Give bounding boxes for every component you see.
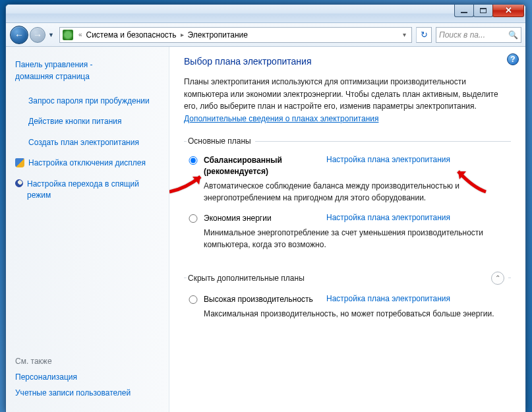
sidebar-links: Запрос пароля при пробуждении Действие к…	[15, 96, 160, 201]
page-title: Выбор плана электропитания	[184, 56, 511, 67]
search-icon: 🔍	[508, 30, 518, 40]
breadcrumb-item-power[interactable]: Электропитание	[188, 30, 248, 40]
breadcrumb[interactable]: « Система и безопасность ▸ Электропитани…	[59, 27, 412, 43]
main-plans-group: Основные планы Сбалансированный (рекомен…	[184, 136, 511, 266]
sidebar-item-create-plan[interactable]: Создать план электропитания	[15, 137, 160, 148]
close-icon: ✕	[505, 5, 512, 15]
moon-icon	[15, 179, 23, 187]
maximize-icon	[480, 8, 487, 13]
refresh-icon: ↻	[421, 30, 428, 40]
control-panel-window: ✕ ← → ▼ « Система и безопасность ▸ Элект…	[5, 4, 526, 412]
main-content: ? Выбор плана электропитания Планы элект…	[169, 47, 525, 412]
titlebar: ✕	[6, 5, 525, 23]
plan-balanced-settings-link[interactable]: Настройка плана электропитания	[326, 155, 508, 164]
breadcrumb-sep-icon: ▸	[178, 31, 187, 38]
control-panel-home-link[interactable]: Панель управления -домашняя страница	[15, 59, 160, 82]
sidebar-item-password-on-wake[interactable]: Запрос пароля при пробуждении	[15, 96, 160, 107]
forward-button[interactable]: →	[30, 27, 45, 43]
breadcrumb-item-system[interactable]: Система и безопасность	[86, 30, 176, 40]
forward-arrow-icon: →	[33, 30, 42, 40]
nav-arrows: ← → ▼	[10, 26, 55, 44]
plan-balanced: Сбалансированный (рекомендуется) Настрой…	[187, 155, 508, 210]
history-dropdown-icon[interactable]: ▼	[47, 32, 55, 38]
plan-balanced-desc: Автоматическое соблюдение баланса между …	[204, 180, 508, 204]
plan-balanced-radio[interactable]	[187, 156, 200, 165]
maximize-button[interactable]	[473, 4, 493, 17]
plan-saver-radio[interactable]	[187, 214, 200, 223]
breadcrumb-dropdown-icon[interactable]: ▾	[400, 31, 409, 38]
minimize-button[interactable]	[454, 4, 474, 17]
close-button[interactable]: ✕	[492, 4, 524, 17]
search-placeholder: Поиск в па...	[439, 30, 485, 40]
sidebar-item-power-button-action[interactable]: Действие кнопки питания	[15, 116, 160, 127]
navigation-bar: ← → ▼ « Система и безопасность ▸ Электро…	[6, 23, 525, 47]
window-controls: ✕	[455, 4, 524, 22]
additional-plans-group: Скрыть дополнительные планы ⌃ Высокая пр…	[184, 272, 511, 336]
plan-balanced-name[interactable]: Сбалансированный (рекомендуется)	[204, 155, 322, 177]
power-options-icon	[63, 30, 73, 40]
chevron-up-icon: ⌃	[495, 274, 500, 281]
sidebar-item-display-off[interactable]: Настройка отключения дисплея	[15, 158, 160, 169]
plan-high-perf-radio[interactable]	[187, 295, 200, 304]
help-icon[interactable]: ?	[507, 53, 519, 65]
plan-high-perf-desc: Максимальная производительность, но може…	[204, 308, 508, 320]
see-also-title: См. также	[15, 357, 160, 366]
plan-saver-name[interactable]: Экономия энергии	[204, 213, 322, 224]
see-also-section: См. также Персонализация Учетные записи …	[15, 357, 160, 404]
minimize-icon	[461, 12, 467, 13]
additional-plans-legend: Скрыть дополнительные планы ⌃	[187, 272, 508, 285]
learn-more-link[interactable]: Дополнительные сведения о планах электро…	[184, 114, 378, 123]
plan-saver-settings-link[interactable]: Настройка плана электропитания	[326, 213, 508, 222]
plan-high-perf-settings-link[interactable]: Настройка плана электропитания	[326, 294, 508, 303]
sidebar-item-sleep-settings[interactable]: Настройка перехода в спящий режим	[15, 179, 160, 202]
see-also-user-accounts[interactable]: Учетные записи пользователей	[15, 388, 160, 397]
shield-icon	[15, 158, 24, 167]
search-input[interactable]: Поиск в па... 🔍	[436, 27, 521, 43]
plan-saver: Экономия энергии Настройка плана электро…	[187, 213, 508, 257]
refresh-button[interactable]: ↻	[416, 27, 432, 43]
sidebar: Панель управления -домашняя страница Зап…	[6, 47, 169, 412]
back-button[interactable]: ←	[10, 26, 28, 44]
plan-saver-desc: Минимальное энергопотребление за счет ум…	[204, 227, 508, 250]
content-body: Панель управления -домашняя страница Зап…	[6, 47, 525, 412]
breadcrumb-sep-icon: «	[76, 31, 85, 38]
see-also-personalization[interactable]: Персонализация	[15, 372, 160, 382]
collapse-button[interactable]: ⌃	[491, 272, 504, 285]
back-arrow-icon: ←	[15, 30, 24, 40]
main-plans-legend: Основные планы	[187, 136, 255, 146]
plan-high-perf-name[interactable]: Высокая производительность	[204, 294, 322, 305]
intro-paragraph: Планы электропитания используются для оп…	[184, 76, 511, 125]
plan-high-perf: Высокая производительность Настройка пла…	[187, 294, 508, 326]
